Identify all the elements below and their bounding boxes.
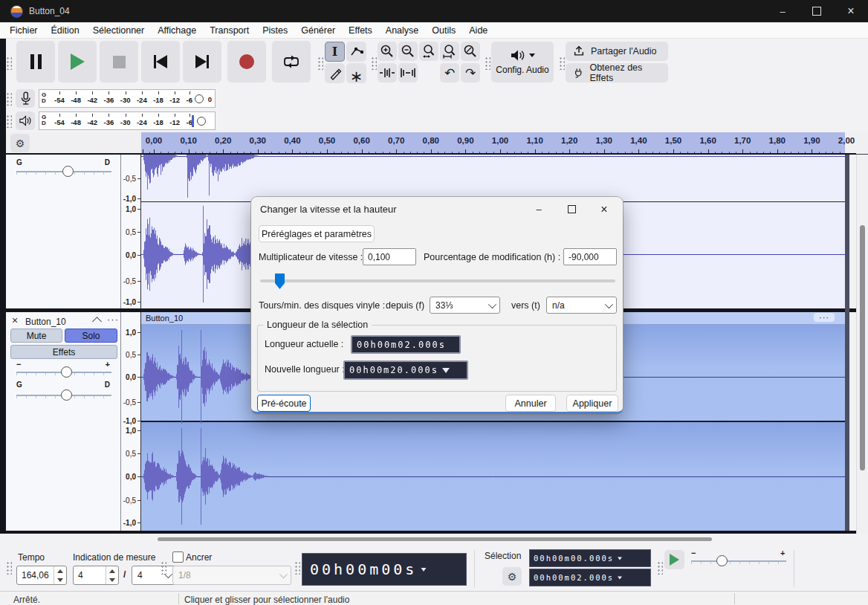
skip-to-start-button[interactable] [141,41,180,82]
undo-button[interactable]: ↶ [440,63,459,82]
track2-mute-button[interactable]: Mute [10,329,62,343]
multi-tool-button[interactable]: ∗ [346,63,366,83]
apply-button[interactable]: Appliquer [566,395,618,412]
audio-setup-button[interactable]: Config. Audio [491,42,554,82]
track2-gain-slider[interactable] [16,372,111,373]
playback-meter[interactable]: G D -54-48-42-36-30-24-18-12-6 [39,111,216,130]
window-minimize-button[interactable]: – [765,0,800,22]
vinyl-from-select[interactable]: 33⅓ [430,297,500,314]
selection-start-display[interactable]: 00h00m00.000s [529,549,651,567]
track2-title[interactable]: Button_10 [25,317,66,327]
track2-menu-button[interactable]: ··· [107,314,119,325]
time-display-dropdown-icon[interactable] [421,568,427,572]
time-display[interactable]: 00h00m00s [302,553,467,586]
selection-end-display[interactable]: 00h00m02.000s [529,569,651,586]
horizontal-scrollbar-thumb[interactable] [158,537,712,541]
selection-start-dropdown-icon[interactable] [618,557,622,560]
recording-meter[interactable]: G D -54-48-42-36-30-24-18-12-6 0 [39,89,216,108]
menu-aide[interactable]: Aide [462,25,494,36]
selection-options-button[interactable]: ⚙ [502,567,522,586]
track2-close-button[interactable]: × [12,314,18,326]
snap-checkbox[interactable] [172,551,184,563]
recording-meter-mic-button[interactable] [16,89,35,108]
menu-effets[interactable]: Effets [342,25,379,36]
dialog-minimize-button[interactable]: – [528,197,550,221]
redo-button[interactable]: ↷ [461,63,480,82]
dialog-close-button[interactable]: × [592,197,617,221]
fit-project-button[interactable] [440,42,459,61]
share-audio-button[interactable]: Partager l'Audio [566,42,668,61]
get-effects-button[interactable]: Obtenez des Effets [566,63,668,82]
menu-pistes[interactable]: Pistes [256,25,294,36]
play-at-speed-grip[interactable] [657,561,663,575]
speed-multiplier-input[interactable]: 0,100 [363,248,416,265]
timesig-upper-spinner[interactable]: 4 [73,566,119,585]
timeline-selection-band[interactable]: 0,000,100,200,300,400,500,600,700,800,90… [141,132,845,154]
track1-pan-slider-thumb[interactable] [62,166,74,177]
menu-generer[interactable]: Générer [294,25,342,36]
track2-control-panel[interactable]: × Button_10 ··· Mute Solo Effets − + G D [6,312,121,532]
track2-pan-slider-thumb[interactable] [61,389,72,401]
play-button[interactable] [58,41,97,82]
menu-affichage[interactable]: Affichage [151,25,203,36]
snap-select[interactable]: 1/8 [172,566,291,585]
timeline-ruler[interactable]: ⚙ 0,000,100,200,300,400,500,600,700,800,… [0,132,868,155]
share-toolbar-grip[interactable] [559,56,565,70]
track2-clip-menu-button[interactable]: ··· [814,313,835,322]
track2-solo-button[interactable]: Solo [65,329,117,343]
silence-audio-button[interactable] [398,63,418,82]
menu-fichier[interactable]: Fichier [3,25,45,36]
snap-toolbar-grip[interactable] [161,561,166,575]
zoom-toggle-button[interactable] [461,42,480,61]
stop-button[interactable] [100,41,138,82]
speed-slider-thumb[interactable] [275,274,285,289]
track1-pan-slider[interactable] [16,171,111,172]
timesig-up-button[interactable] [106,566,118,575]
preview-button[interactable]: Pré-écoute [257,395,311,412]
timesig-toolbar-grip[interactable] [6,561,12,575]
menu-transport[interactable]: Transport [203,25,256,36]
track2-gain-slider-thumb[interactable] [61,366,72,378]
playback-meter-grip[interactable] [6,114,12,128]
presets-button[interactable]: Préréglages et paramètres [259,225,375,242]
time-toolbar-grip[interactable] [294,561,300,575]
audio-setup-toolbar-grip[interactable] [485,56,490,70]
menu-selectionner[interactable]: Sélectionner [86,25,152,36]
new-length-dropdown-icon[interactable] [442,368,450,373]
envelope-tool-button[interactable] [346,42,366,62]
vinyl-to-select[interactable]: n/a [546,297,617,314]
record-button[interactable] [227,41,266,82]
current-length-display[interactable]: 00h00m02.000s [351,335,461,354]
tools-toolbar-grip[interactable] [317,56,323,70]
tempo-spinner[interactable]: 164,06 [16,566,67,585]
play-speed-slider-thumb[interactable] [716,555,728,566]
draw-tool-button[interactable] [325,63,345,83]
play-speed-slider[interactable] [691,560,786,562]
dialog-maximize-button[interactable] [560,197,583,221]
percent-change-input[interactable]: -90,000 [563,248,617,265]
timesig-down-button[interactable] [106,575,118,584]
track2-collapse-icon[interactable] [92,317,102,326]
menu-analyse[interactable]: Analyse [379,25,425,36]
vertical-scrollbar[interactable] [856,155,868,534]
loop-button[interactable] [272,41,311,82]
playback-meter-speaker-button[interactable] [16,111,35,130]
horizontal-scrollbar[interactable] [0,534,868,546]
zoom-selection-button[interactable] [419,42,438,61]
new-length-display[interactable]: 00h00m20.000s [343,360,468,380]
window-maximize-button[interactable] [800,0,834,22]
cancel-button[interactable]: Annuler [505,395,556,412]
transport-toolbar-grip[interactable] [6,56,12,70]
edit-toolbar-grip[interactable] [371,56,377,70]
skip-to-end-button[interactable] [183,41,221,82]
pause-button[interactable] [16,41,55,82]
timeline-options-button[interactable]: ⚙ [10,134,30,152]
zoom-in-button[interactable] [378,42,397,61]
tempo-down-button[interactable] [54,575,66,584]
track2-effects-button[interactable]: Effets [10,345,117,359]
vruler-track1[interactable]: -0,5-1,01,00,50,0-0,5-1,0 [121,155,141,308]
menu-outils[interactable]: Outils [425,25,462,36]
menu-edition[interactable]: Édition [45,25,86,36]
timesig-lower-select[interactable]: 4 [132,566,176,585]
speed-slider[interactable] [260,279,615,282]
